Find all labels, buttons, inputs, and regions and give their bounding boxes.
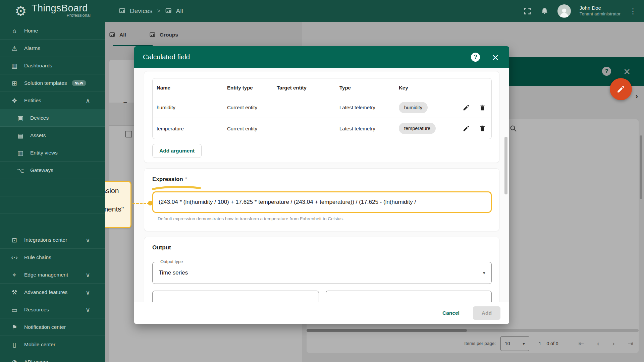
sidebar-item-alarms[interactable]: ⚠ Alarms bbox=[0, 40, 105, 57]
notification-center-icon: ⚑ bbox=[9, 323, 19, 331]
cancel-button[interactable]: Cancel bbox=[439, 307, 463, 319]
sidebar-item-api-usage[interactable]: ◔ API usage bbox=[0, 353, 105, 362]
dialog-footer: Cancel Add bbox=[134, 302, 509, 324]
sidebar-item-advanced-features[interactable]: ⚒ Advanced features ∨ bbox=[0, 284, 105, 301]
user-info: John Doe Tenant administrator bbox=[580, 5, 621, 17]
chevron-down-icon: ∨ bbox=[83, 271, 93, 279]
top-bar-actions: John Doe Tenant administrator ⋮ bbox=[523, 0, 637, 22]
edit-fab-button[interactable] bbox=[610, 78, 632, 100]
dropdown-arrow-icon: ▾ bbox=[483, 270, 485, 276]
sidebar-item-resources[interactable]: ▭ Resources ∨ bbox=[0, 301, 105, 318]
user-avatar[interactable] bbox=[557, 4, 571, 18]
argument-entity-type: Current entity bbox=[223, 126, 273, 131]
clipped-field-left[interactable] bbox=[152, 291, 319, 303]
sidebar-item-dashboards[interactable]: ▦ Dashboards bbox=[0, 57, 105, 74]
add-argument-button[interactable]: Add argument bbox=[152, 144, 202, 158]
expression-label: Expression* bbox=[152, 176, 187, 183]
arguments-card: Name Entity type Target entity Type Key … bbox=[144, 71, 499, 163]
device-icon bbox=[119, 8, 126, 14]
sidebar-item-gateways[interactable]: ⌥ Gateways bbox=[0, 162, 105, 179]
expression-hint: Default expression demonstrates how to t… bbox=[158, 216, 344, 221]
sidebar-item-entities[interactable]: ❖ Entities ∧ bbox=[0, 92, 105, 109]
key-chip: humidity bbox=[399, 102, 428, 113]
arguments-table: Name Entity type Target entity Type Key … bbox=[152, 78, 492, 139]
assets-icon: ▤ bbox=[15, 132, 25, 139]
chevron-down-icon: ∨ bbox=[83, 236, 93, 244]
argument-name: temperature bbox=[153, 126, 223, 131]
breadcrumb: Devices > All bbox=[119, 0, 183, 22]
annotation-underline bbox=[151, 185, 202, 191]
edit-argument-icon[interactable] bbox=[463, 125, 470, 132]
key-chip: temperature bbox=[399, 123, 436, 134]
help-icon[interactable]: ? bbox=[471, 53, 480, 62]
dialog-header: Calculated field ? × bbox=[134, 46, 509, 68]
dialog-title: Calculated field bbox=[143, 53, 190, 61]
argument-type: Latest telemetry bbox=[335, 105, 395, 110]
sidebar-item-mobile-center[interactable]: ▯ Mobile center bbox=[0, 336, 105, 353]
argument-entity-type: Current entity bbox=[223, 105, 273, 110]
devices-icon: ▣ bbox=[15, 114, 25, 122]
dialog-scrollbar-thumb[interactable] bbox=[504, 137, 507, 194]
add-button-disabled[interactable]: Add bbox=[473, 306, 500, 320]
alarms-icon: ⚠ bbox=[9, 45, 19, 52]
sidebar-item-devices[interactable]: ▣ Devices bbox=[0, 109, 105, 127]
sidebar-item-notification-center[interactable]: ⚑ Notification center bbox=[0, 318, 105, 336]
argument-row-temperature: temperature Current entity Latest teleme… bbox=[153, 118, 491, 139]
output-section-label: Output bbox=[152, 244, 171, 251]
kebab-menu-icon[interactable]: ⋮ bbox=[629, 7, 637, 15]
expression-card: Expression* Default expression demonstra… bbox=[144, 168, 499, 231]
clipped-field-right[interactable] bbox=[326, 291, 492, 303]
home-icon: ⌂ bbox=[9, 27, 19, 35]
solution-templates-icon: ⊞ bbox=[9, 79, 19, 87]
resources-icon: ▭ bbox=[9, 306, 19, 313]
sidebar-item-home[interactable]: ⌂ Home bbox=[0, 22, 105, 40]
calculated-field-dialog: Calculated field ? × Name Entity type Ta… bbox=[134, 46, 509, 324]
chevron-down-icon: ∨ bbox=[83, 289, 93, 296]
sidebar-item-integrations-center[interactable]: ⊡ Integrations center ∨ bbox=[0, 231, 105, 249]
delete-argument-icon[interactable] bbox=[479, 104, 486, 111]
required-mark: * bbox=[185, 176, 187, 182]
sidebar-item-assets[interactable]: ▤ Assets bbox=[0, 127, 105, 144]
gateways-icon: ⌥ bbox=[15, 167, 25, 174]
entity-views-icon: ▥ bbox=[15, 149, 25, 157]
argument-row-humidity: humidity Current entity Latest telemetry… bbox=[153, 97, 491, 118]
edit-argument-icon[interactable] bbox=[463, 104, 470, 111]
breadcrumb-all[interactable]: All bbox=[165, 7, 183, 15]
sidebar-item-rule-chains[interactable]: ‹·› Rule chains bbox=[0, 249, 105, 266]
integrations-icon: ⊡ bbox=[9, 236, 19, 244]
output-type-select[interactable]: Output type Time series ▾ bbox=[152, 262, 492, 284]
fullscreen-icon[interactable] bbox=[523, 7, 532, 15]
arguments-table-header: Name Entity type Target entity Type Key bbox=[153, 78, 491, 97]
delete-argument-icon[interactable] bbox=[479, 125, 486, 132]
advanced-features-icon: ⚒ bbox=[9, 289, 19, 296]
top-bar: ⚙ ThingsBoard Professional Devices > All bbox=[0, 0, 644, 22]
breadcrumb-devices[interactable]: Devices bbox=[119, 7, 153, 15]
user-name: John Doe bbox=[580, 5, 621, 11]
notifications-bell-icon[interactable] bbox=[540, 7, 549, 15]
argument-name: humidity bbox=[153, 105, 223, 110]
chevron-up-icon: ∧ bbox=[83, 97, 93, 104]
sidebar-item-edge-management[interactable]: ⌖ Edge management ∨ bbox=[0, 266, 105, 284]
sidebar: ⌂ Home ⚠ Alarms ▦ Dashboards ⊞ Solution … bbox=[0, 22, 105, 362]
mobile-center-icon: ▯ bbox=[9, 341, 19, 348]
brand: ThingsBoard Professional bbox=[32, 3, 91, 18]
expression-input[interactable] bbox=[153, 199, 491, 205]
sidebar-rows-hidden-by-callout bbox=[0, 179, 105, 231]
output-type-value: Time series bbox=[153, 269, 188, 276]
user-role: Tenant administrator bbox=[580, 11, 621, 17]
api-usage-icon: ◔ bbox=[9, 358, 19, 362]
sidebar-item-solution-templates[interactable]: ⊞ Solution templates NEW bbox=[0, 74, 105, 92]
thingsboard-logo-icon: ⚙ bbox=[15, 4, 27, 18]
close-icon[interactable]: × bbox=[491, 53, 499, 62]
brand-name: ThingsBoard bbox=[32, 3, 91, 14]
breadcrumb-label: All bbox=[176, 7, 183, 15]
annotation-connector-dot bbox=[148, 201, 153, 205]
person-icon bbox=[558, 6, 570, 18]
rule-chains-icon: ‹·› bbox=[9, 254, 19, 261]
sidebar-item-entity-views[interactable]: ▥ Entity views bbox=[0, 144, 105, 162]
breadcrumb-label: Devices bbox=[130, 7, 153, 15]
new-badge: NEW bbox=[72, 80, 87, 86]
annotation-connector-line bbox=[132, 203, 150, 204]
edge-management-icon: ⌖ bbox=[9, 271, 19, 279]
chevron-down-icon: ∨ bbox=[83, 306, 93, 313]
